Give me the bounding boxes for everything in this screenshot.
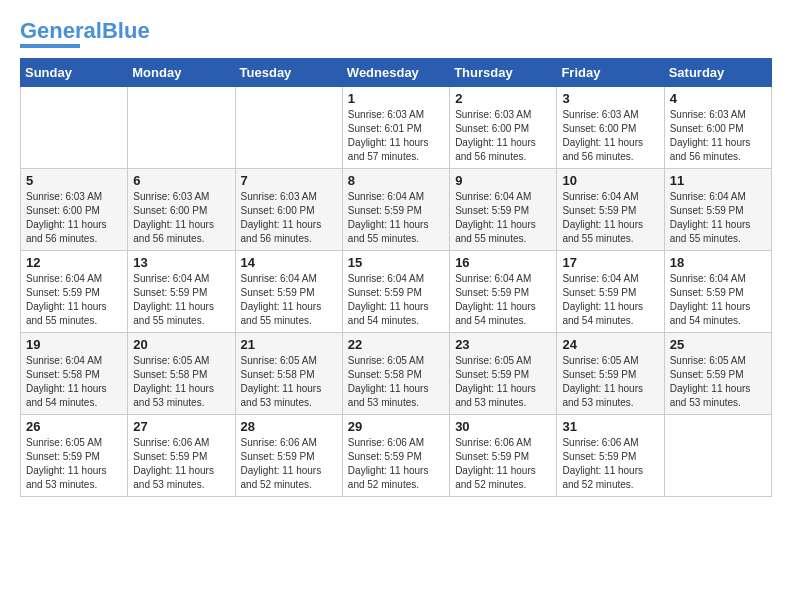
day-number: 12 — [26, 255, 122, 270]
calendar-cell — [128, 87, 235, 169]
day-number: 30 — [455, 419, 551, 434]
day-number: 1 — [348, 91, 444, 106]
calendar-cell — [21, 87, 128, 169]
calendar-cell: 16Sunrise: 6:04 AM Sunset: 5:59 PM Dayli… — [450, 251, 557, 333]
calendar-cell: 15Sunrise: 6:04 AM Sunset: 5:59 PM Dayli… — [342, 251, 449, 333]
day-info: Sunrise: 6:04 AM Sunset: 5:59 PM Dayligh… — [562, 272, 658, 328]
day-number: 2 — [455, 91, 551, 106]
day-info: Sunrise: 6:04 AM Sunset: 5:58 PM Dayligh… — [26, 354, 122, 410]
day-info: Sunrise: 6:03 AM Sunset: 6:00 PM Dayligh… — [26, 190, 122, 246]
day-info: Sunrise: 6:05 AM Sunset: 5:58 PM Dayligh… — [133, 354, 229, 410]
day-info: Sunrise: 6:04 AM Sunset: 5:59 PM Dayligh… — [133, 272, 229, 328]
day-info: Sunrise: 6:03 AM Sunset: 6:00 PM Dayligh… — [133, 190, 229, 246]
calendar-cell: 7Sunrise: 6:03 AM Sunset: 6:00 PM Daylig… — [235, 169, 342, 251]
weekday-header: Sunday — [21, 59, 128, 87]
calendar-cell: 22Sunrise: 6:05 AM Sunset: 5:58 PM Dayli… — [342, 333, 449, 415]
day-number: 21 — [241, 337, 337, 352]
day-info: Sunrise: 6:04 AM Sunset: 5:59 PM Dayligh… — [348, 190, 444, 246]
calendar-cell: 9Sunrise: 6:04 AM Sunset: 5:59 PM Daylig… — [450, 169, 557, 251]
day-number: 31 — [562, 419, 658, 434]
calendar-cell: 29Sunrise: 6:06 AM Sunset: 5:59 PM Dayli… — [342, 415, 449, 497]
day-number: 18 — [670, 255, 766, 270]
day-number: 10 — [562, 173, 658, 188]
day-info: Sunrise: 6:04 AM Sunset: 5:59 PM Dayligh… — [670, 190, 766, 246]
calendar-cell: 6Sunrise: 6:03 AM Sunset: 6:00 PM Daylig… — [128, 169, 235, 251]
day-info: Sunrise: 6:05 AM Sunset: 5:59 PM Dayligh… — [670, 354, 766, 410]
day-info: Sunrise: 6:06 AM Sunset: 5:59 PM Dayligh… — [241, 436, 337, 492]
day-number: 9 — [455, 173, 551, 188]
day-number: 3 — [562, 91, 658, 106]
calendar-cell: 13Sunrise: 6:04 AM Sunset: 5:59 PM Dayli… — [128, 251, 235, 333]
calendar-week-row: 26Sunrise: 6:05 AM Sunset: 5:59 PM Dayli… — [21, 415, 772, 497]
calendar-cell: 11Sunrise: 6:04 AM Sunset: 5:59 PM Dayli… — [664, 169, 771, 251]
calendar-cell: 31Sunrise: 6:06 AM Sunset: 5:59 PM Dayli… — [557, 415, 664, 497]
calendar-cell: 25Sunrise: 6:05 AM Sunset: 5:59 PM Dayli… — [664, 333, 771, 415]
calendar-cell: 20Sunrise: 6:05 AM Sunset: 5:58 PM Dayli… — [128, 333, 235, 415]
calendar-cell: 12Sunrise: 6:04 AM Sunset: 5:59 PM Dayli… — [21, 251, 128, 333]
calendar-week-row: 19Sunrise: 6:04 AM Sunset: 5:58 PM Dayli… — [21, 333, 772, 415]
logo-text: GeneralBlue — [20, 20, 150, 42]
day-info: Sunrise: 6:03 AM Sunset: 6:00 PM Dayligh… — [455, 108, 551, 164]
day-number: 13 — [133, 255, 229, 270]
calendar-cell: 26Sunrise: 6:05 AM Sunset: 5:59 PM Dayli… — [21, 415, 128, 497]
calendar-cell: 5Sunrise: 6:03 AM Sunset: 6:00 PM Daylig… — [21, 169, 128, 251]
weekday-header: Saturday — [664, 59, 771, 87]
day-info: Sunrise: 6:05 AM Sunset: 5:59 PM Dayligh… — [562, 354, 658, 410]
page-header: GeneralBlue — [20, 20, 772, 48]
calendar-cell: 10Sunrise: 6:04 AM Sunset: 5:59 PM Dayli… — [557, 169, 664, 251]
calendar-week-row: 1Sunrise: 6:03 AM Sunset: 6:01 PM Daylig… — [21, 87, 772, 169]
logo-underline — [20, 44, 80, 48]
day-number: 6 — [133, 173, 229, 188]
day-number: 8 — [348, 173, 444, 188]
calendar-cell: 1Sunrise: 6:03 AM Sunset: 6:01 PM Daylig… — [342, 87, 449, 169]
day-number: 11 — [670, 173, 766, 188]
calendar-cell: 18Sunrise: 6:04 AM Sunset: 5:59 PM Dayli… — [664, 251, 771, 333]
calendar-cell: 23Sunrise: 6:05 AM Sunset: 5:59 PM Dayli… — [450, 333, 557, 415]
day-number: 22 — [348, 337, 444, 352]
day-number: 28 — [241, 419, 337, 434]
day-number: 19 — [26, 337, 122, 352]
weekday-header: Thursday — [450, 59, 557, 87]
calendar-cell: 21Sunrise: 6:05 AM Sunset: 5:58 PM Dayli… — [235, 333, 342, 415]
calendar-cell: 27Sunrise: 6:06 AM Sunset: 5:59 PM Dayli… — [128, 415, 235, 497]
calendar-cell — [664, 415, 771, 497]
day-number: 16 — [455, 255, 551, 270]
day-info: Sunrise: 6:06 AM Sunset: 5:59 PM Dayligh… — [562, 436, 658, 492]
calendar-week-row: 12Sunrise: 6:04 AM Sunset: 5:59 PM Dayli… — [21, 251, 772, 333]
calendar-cell: 3Sunrise: 6:03 AM Sunset: 6:00 PM Daylig… — [557, 87, 664, 169]
day-number: 27 — [133, 419, 229, 434]
day-info: Sunrise: 6:04 AM Sunset: 5:59 PM Dayligh… — [455, 190, 551, 246]
calendar-week-row: 5Sunrise: 6:03 AM Sunset: 6:00 PM Daylig… — [21, 169, 772, 251]
day-info: Sunrise: 6:04 AM Sunset: 5:59 PM Dayligh… — [26, 272, 122, 328]
weekday-header: Wednesday — [342, 59, 449, 87]
calendar-cell: 4Sunrise: 6:03 AM Sunset: 6:00 PM Daylig… — [664, 87, 771, 169]
day-number: 7 — [241, 173, 337, 188]
weekday-header: Tuesday — [235, 59, 342, 87]
logo: GeneralBlue — [20, 20, 150, 48]
logo-general: General — [20, 18, 102, 43]
day-number: 5 — [26, 173, 122, 188]
logo-blue: Blue — [102, 18, 150, 43]
day-info: Sunrise: 6:05 AM Sunset: 5:59 PM Dayligh… — [455, 354, 551, 410]
calendar-cell: 24Sunrise: 6:05 AM Sunset: 5:59 PM Dayli… — [557, 333, 664, 415]
calendar-cell: 28Sunrise: 6:06 AM Sunset: 5:59 PM Dayli… — [235, 415, 342, 497]
day-number: 29 — [348, 419, 444, 434]
calendar-cell — [235, 87, 342, 169]
day-number: 26 — [26, 419, 122, 434]
day-info: Sunrise: 6:05 AM Sunset: 5:59 PM Dayligh… — [26, 436, 122, 492]
weekday-header-row: SundayMondayTuesdayWednesdayThursdayFrid… — [21, 59, 772, 87]
day-number: 20 — [133, 337, 229, 352]
day-number: 24 — [562, 337, 658, 352]
day-number: 23 — [455, 337, 551, 352]
day-number: 15 — [348, 255, 444, 270]
weekday-header: Friday — [557, 59, 664, 87]
calendar-cell: 8Sunrise: 6:04 AM Sunset: 5:59 PM Daylig… — [342, 169, 449, 251]
day-info: Sunrise: 6:03 AM Sunset: 6:00 PM Dayligh… — [241, 190, 337, 246]
calendar-cell: 2Sunrise: 6:03 AM Sunset: 6:00 PM Daylig… — [450, 87, 557, 169]
day-number: 17 — [562, 255, 658, 270]
day-info: Sunrise: 6:04 AM Sunset: 5:59 PM Dayligh… — [348, 272, 444, 328]
day-info: Sunrise: 6:04 AM Sunset: 5:59 PM Dayligh… — [241, 272, 337, 328]
calendar-table: SundayMondayTuesdayWednesdayThursdayFrid… — [20, 58, 772, 497]
day-info: Sunrise: 6:06 AM Sunset: 5:59 PM Dayligh… — [133, 436, 229, 492]
day-info: Sunrise: 6:04 AM Sunset: 5:59 PM Dayligh… — [670, 272, 766, 328]
